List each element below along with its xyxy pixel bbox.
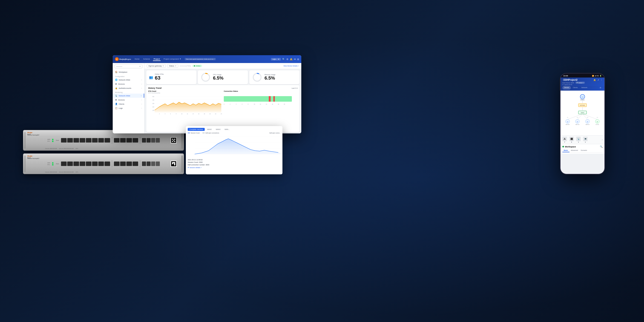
ip-session-link[interactable]: IP session details > (188, 166, 280, 169)
nav-item-home[interactable]: Home (134, 58, 140, 61)
device-icon-arrow[interactable]: › (602, 138, 602, 141)
bell-icon[interactable]: 🔔 (290, 58, 292, 60)
user-icon: 👥 (149, 76, 153, 79)
phone-share-icon[interactable]: ↗ (597, 79, 599, 81)
project-dropdown[interactable]: ---------- ▼ (114, 64, 142, 68)
sta-count-chart: 500 400 300 200 100 (148, 94, 222, 115)
tab-wan3[interactable]: WAN3 (214, 128, 222, 131)
svg-text:Switch: Switch (581, 112, 584, 114)
search-icon[interactable]: 🔍 (282, 58, 285, 60)
workspace-tab-basic[interactable]: Basic (562, 149, 570, 152)
phone-status-icons: 📶 all 5G 🔋 (592, 75, 602, 77)
network-monitor-icon: 📡 (115, 94, 118, 97)
gateway-select[interactable]: Egress gateway ▼ (147, 64, 166, 68)
svg-text:18: 18 (204, 114, 205, 114)
sta-chart-title: STA Count (148, 90, 222, 92)
tab-wan2[interactable]: WAN2 (205, 128, 214, 131)
phone-detect-btn[interactable]: 🔍 Detect > (576, 82, 585, 84)
phone-tab-network[interactable]: Network (580, 86, 589, 90)
mobile-phone: 13:33 📶 all 5G 🔋 ‹ DDHProject2 🔔 ↗ ⋮ Hot… (560, 73, 605, 174)
svg-text:RAP6263: RAP6263 (586, 124, 590, 125)
connection-panel: Complete machine WAN2 WAN3 WAN... Sessio… (186, 126, 282, 174)
workspace-search-icon[interactable]: 🔍 (600, 145, 602, 148)
svg-text:12: 12 (187, 114, 188, 114)
phone-tab-clients[interactable]: Clients (571, 86, 579, 90)
memory-label: Memory Usage (264, 74, 275, 76)
network-config-icon: 🌐 (115, 79, 118, 81)
phone-back-btn[interactable]: ‹ (562, 79, 563, 81)
rack-model-2: GimLink FlashingKET (27, 158, 39, 159)
sta-chart-subtitle: STA Count/Quantity (148, 92, 222, 94)
svg-text:18: 18 (278, 104, 279, 105)
sidebar-item-network-monitor[interactable]: 📡 Network-Wide › (113, 94, 144, 98)
view-details-link[interactable]: View Device Details > (283, 65, 299, 67)
status-select[interactable]: Status ▼ (167, 64, 178, 68)
svg-text:8: 8 (176, 114, 176, 114)
battery-icon: 🔋 (600, 75, 602, 77)
nav-item-project[interactable]: Project (153, 58, 160, 61)
device-icon-other: 💻 1 (583, 136, 588, 143)
svg-text:10: 10 (254, 104, 255, 105)
devices-config-icon: 🖥 (115, 83, 117, 85)
svg-text:8: 8 (248, 104, 248, 105)
phone-more-icon[interactable]: ⋮ (600, 79, 602, 81)
svg-text:300: 300 (152, 103, 154, 104)
nav-user-badge[interactable]: ruijie... ▼ (271, 58, 281, 60)
stas-value: 63 (155, 75, 164, 81)
grid-icon[interactable]: ⊞ (297, 58, 299, 60)
sidebar-item-workplace[interactable]: 🏠 Workplace (113, 70, 144, 74)
sidebar: ---------- ▼ 🏠 Workplace Configuration 🌐… (113, 63, 144, 134)
workspace-green-dot (562, 146, 564, 148)
workspace-tabs-row: Basic Advanced Scenario (562, 149, 602, 152)
signal-text: all 5G (595, 75, 599, 76)
half-conn-text: Half-connection number: 3000 (188, 164, 280, 166)
logo-text: Ruijie|Rcycc (119, 58, 131, 60)
phone-time: 13:33 (563, 75, 568, 77)
nav-promo-badge: New menu good experience, invite you to … (185, 58, 216, 60)
sidebar-item-auth[interactable]: 🔒 Auth&Accounts › (113, 86, 144, 90)
message-icon[interactable]: ✉ (294, 58, 296, 60)
svg-text:6: 6 (242, 104, 242, 105)
top-nav-bar: R Ruijie|Rcycc Home Scheme Project Proje… (113, 55, 301, 63)
device-icon-ap: 📡 1 (576, 136, 581, 143)
svg-text:400: 400 (152, 100, 154, 101)
phone-tab-device[interactable]: Device (562, 86, 571, 90)
conn-status-title: Connection Status (224, 90, 298, 92)
phone-tab-settings-icon[interactable]: ⚙ (598, 86, 602, 90)
tab-wan-more[interactable]: WAN... (223, 128, 232, 131)
rack-model-1: GimLink FlashingKET (27, 134, 39, 136)
connection-status-chart: 0 2 4 6 8 10 12 14 16 18 20 (224, 93, 298, 114)
svg-text:200: 200 (152, 106, 154, 108)
svg-text:16: 16 (198, 114, 200, 114)
stat-card-stas: 👥 Online STAs 63 (146, 70, 196, 84)
phone-bell-icon[interactable]: 🔔 (594, 79, 596, 81)
phone-meta-row: Hotel Device 16/16 🔍 Detect > (562, 82, 602, 84)
svg-text:16: 16 (272, 104, 273, 105)
nav-item-scheme[interactable]: Scheme (142, 58, 151, 61)
sidebar-item-network-config[interactable]: 🌐 Network-Wide › (113, 78, 144, 82)
svg-line-68 (582, 114, 598, 119)
sidebar-item-clients[interactable]: 👤 Clients › (113, 102, 144, 106)
workspace-tab-scenario[interactable]: Scenario (579, 149, 588, 152)
workspace-title-area: Workspace (562, 146, 576, 148)
svg-text:EGT355: EGT355 (596, 124, 600, 125)
svg-text:AP: AP (587, 122, 588, 122)
workspace-title: Workspace (565, 146, 576, 148)
sidebar-item-logs[interactable]: 📋 Logs › (113, 106, 144, 110)
logo-icon: R (115, 57, 119, 61)
online-badge: Online (192, 65, 202, 67)
tab-complete-machine[interactable]: Complete machine (188, 128, 205, 131)
phone-topology: GW EGatew EOT1010 Switch AP RAP2360 AP R… (560, 90, 604, 135)
svg-text:0: 0 (224, 104, 224, 105)
panel-tabs: Complete machine WAN2 WAN3 WAN... (188, 128, 280, 131)
settings-icon[interactable]: ⚙ (286, 58, 288, 60)
hardware-container: Ruijie Reyes GimLink FlashingKET SATA SY… (23, 130, 198, 177)
rack-1-bottom-label: GimLink 1000/100/10M GimLink 2500/1000/1… (45, 148, 78, 149)
nav-item-component[interactable]: Project component ▼ (163, 58, 182, 61)
stat-card-cpu: CPU Usage 6.5% (198, 70, 248, 84)
svg-text:4: 4 (236, 104, 236, 105)
sidebar-item-devices-config[interactable]: 🖥 Devices › (113, 82, 144, 86)
trend-period: Last 3 H (292, 88, 298, 89)
workspace-tab-advanced[interactable]: Advanced (570, 149, 579, 152)
sidebar-item-devices-monitor[interactable]: 🖥 Devices › (113, 98, 144, 102)
